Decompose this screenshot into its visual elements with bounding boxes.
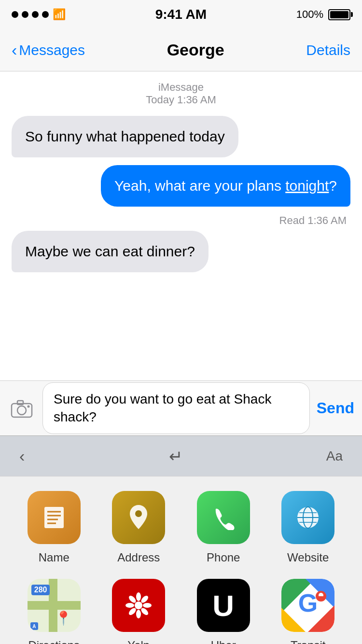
app-item-uber[interactable]: U Uber — [187, 579, 260, 644]
svg-point-22 — [125, 603, 134, 608]
svg-point-17 — [140, 594, 150, 604]
camera-button[interactable] — [8, 394, 36, 422]
back-label: Messages — [19, 42, 85, 58]
address-label: Address — [117, 551, 160, 564]
read-status: Read 1:36 AM — [12, 214, 350, 227]
bubble-sent-1: Yeah, what are your plans tonight? — [101, 165, 350, 207]
bubble-text-link[interactable]: tonight — [285, 178, 329, 194]
nav-bar: ‹ Messages George Details — [0, 29, 362, 71]
bubble-text-1: So funny what happened today — [25, 128, 225, 144]
app-item-yelp[interactable]: Yelp — [102, 579, 175, 644]
svg-point-1 — [17, 406, 26, 415]
message-input[interactable]: Sure do you want to go eat at Shack shac… — [42, 382, 310, 434]
app-item-phone[interactable]: Phone — [187, 491, 260, 564]
uber-label: Uber — [211, 639, 236, 644]
directions-label: Directions — [28, 639, 80, 644]
website-label: Website — [287, 551, 329, 564]
battery-percentage: 100% — [296, 8, 323, 21]
wifi-icon: 📶 — [53, 8, 66, 21]
svg-rect-4 — [44, 507, 64, 528]
name-label: Name — [39, 551, 70, 564]
nav-title: George — [167, 41, 224, 59]
phone-label: Phone — [207, 551, 240, 564]
app-item-transit[interactable]: G Transit — [272, 579, 344, 644]
details-button[interactable]: Details — [306, 42, 350, 58]
svg-point-16 — [136, 592, 141, 601]
directions-icon: 280 📍 A — [28, 579, 81, 632]
signal-dots — [12, 11, 49, 18]
app-row-1: Name Address Phone — [12, 491, 350, 564]
svg-point-3 — [28, 405, 30, 407]
svg-point-15 — [135, 602, 142, 609]
svg-point-19 — [140, 607, 150, 616]
imessage-label: iMessage — [12, 81, 350, 94]
svg-point-18 — [143, 603, 152, 608]
svg-text:G: G — [298, 589, 318, 617]
app-item-website[interactable]: Website — [272, 491, 344, 564]
message-row-sent-1: Yeah, what are your plans tonight? — [12, 165, 350, 207]
app-tray: Name Address Phone — [0, 476, 362, 644]
bubble-text-3: Maybe we can eat dinner? — [25, 243, 195, 259]
keyboard-aa-button[interactable]: Aa — [326, 448, 343, 464]
svg-point-20 — [136, 610, 141, 618]
svg-point-23 — [128, 594, 138, 604]
battery-icon — [328, 9, 350, 20]
name-icon — [28, 491, 81, 544]
send-button[interactable]: Send — [317, 399, 354, 417]
svg-rect-2 — [17, 401, 23, 405]
transit-label: Transit — [291, 639, 325, 644]
app-item-address[interactable]: Address — [102, 491, 175, 564]
message-row-received-1: So funny what happened today — [12, 116, 350, 157]
chevron-left-icon: ‹ — [12, 41, 17, 59]
message-row-received-2: Maybe we can eat dinner? — [12, 231, 350, 272]
svg-point-21 — [128, 607, 138, 616]
app-item-name[interactable]: Name — [18, 491, 90, 564]
website-icon — [281, 491, 334, 544]
phone-icon — [197, 491, 250, 544]
status-time: 9:41 AM — [155, 7, 207, 22]
app-item-directions[interactable]: 280 📍 A Directions — [18, 579, 90, 644]
bubble-received-1: So funny what happened today — [12, 116, 238, 157]
input-text: Sure do you want to go eat at Shack shac… — [54, 392, 271, 424]
yelp-icon — [112, 579, 165, 632]
uber-icon: U — [197, 579, 250, 632]
svg-point-9 — [135, 510, 142, 517]
back-button[interactable]: ‹ Messages — [12, 41, 85, 59]
camera-icon — [11, 399, 33, 418]
keyboard-back-button[interactable]: ‹ — [19, 447, 25, 465]
messages-area: iMessage Today 1:36 AM So funny what hap… — [0, 71, 362, 380]
imessage-header: iMessage Today 1:36 AM — [12, 81, 350, 106]
input-area: Sure do you want to go eat at Shack shac… — [0, 380, 362, 435]
app-row-2: 280 📍 A Directions — [12, 579, 350, 644]
keyboard-toolbar: ‹ ↵ Aa — [0, 435, 362, 476]
keyboard-return-icon[interactable]: ↵ — [169, 447, 182, 466]
status-bar: 📶 9:41 AM 100% — [0, 0, 362, 29]
transit-icon: G — [281, 579, 334, 632]
yelp-label: Yelp — [127, 639, 150, 644]
address-icon — [112, 491, 165, 544]
status-right: 100% — [296, 8, 350, 21]
bubble-received-2: Maybe we can eat dinner? — [12, 231, 209, 272]
status-left: 📶 — [12, 8, 66, 21]
imessage-time: Today 1:36 AM — [12, 94, 350, 106]
